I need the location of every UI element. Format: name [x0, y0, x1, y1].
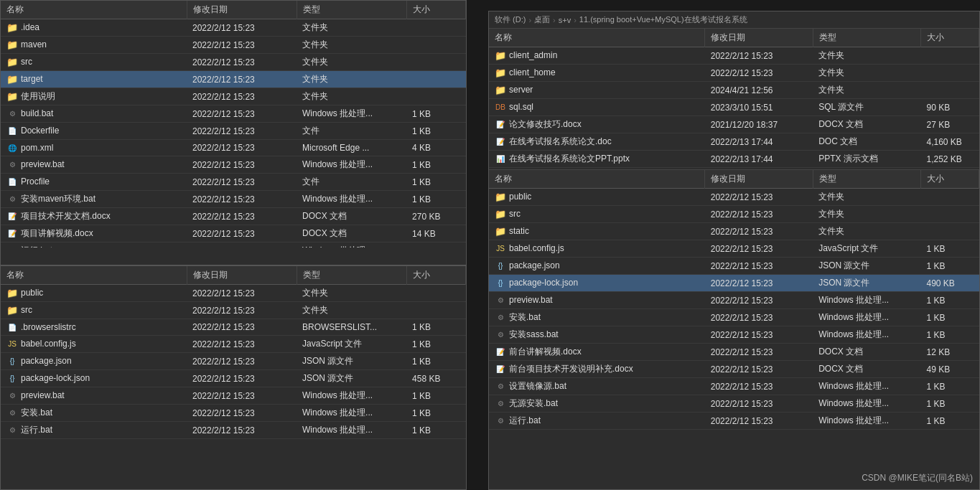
file-date: 2021/12/20 18:37 — [705, 116, 813, 133]
file-date: 2022/2/12 15:23 — [187, 174, 297, 191]
file-name: 📝 项目技术开发文档.docx — [1, 208, 159, 225]
table-row[interactable]: {} package-lock.json 2022/2/12 15:23 JSO… — [489, 275, 979, 292]
col-header-type-b[interactable]: 类型 — [297, 266, 406, 285]
folder-icon: 📁 — [6, 304, 18, 316]
file-name: {} package.json — [1, 353, 159, 369]
file-size: 1 KB — [921, 395, 979, 413]
file-list-container-left-bottom[interactable]: 名称 修改日期 类型 大小 📁 public 2022/2/12 15:23 文… — [1, 266, 466, 472]
file-name-text: 安装.bat — [21, 407, 52, 419]
table-row[interactable]: 📝 在线考试报名系统论文.doc 2022/2/13 17:44 DOC 文档 … — [489, 133, 979, 151]
table-row[interactable]: ⚙ build.bat 2022/2/12 15:23 Windows 批处理.… — [1, 105, 466, 123]
breadcrumb-part-2[interactable]: s+v — [559, 16, 571, 24]
table-row[interactable]: ⚙ 运行.bat 2022/2/12 15:23 Windows 批处理... … — [1, 242, 466, 248]
file-type: DOCX 文档 — [813, 344, 920, 361]
file-size: 1 KB — [406, 336, 465, 353]
file-list-container-left-top[interactable]: 名称 修改日期 类型 大小 📁 .idea 2022/2/12 15:23 文件… — [1, 1, 466, 248]
file-type: Windows 批处理... — [813, 395, 920, 413]
file-type: 文件 — [297, 174, 406, 191]
table-row[interactable]: 📁 使用说明 2022/2/12 15:23 文件夹 — [1, 88, 466, 105]
table-row[interactable]: 📝 项目讲解视频.docx 2022/2/12 15:23 DOCX 文档 14… — [1, 225, 466, 242]
breadcrumb-part-1[interactable]: 桌面 — [534, 14, 550, 25]
col-header-name-b[interactable]: 名称 — [1, 266, 187, 285]
table-row[interactable]: 📝 项目技术开发文档.docx 2022/2/12 15:23 DOCX 文档 … — [1, 208, 466, 225]
table-row[interactable]: {} package-lock.json 2022/2/12 15:23 JSO… — [1, 370, 466, 387]
file-list-container-right[interactable]: 名称 修改日期 类型 大小 📁 client_admin 2022/2/12 1… — [489, 29, 979, 467]
table-row[interactable]: {} package.json 2022/2/12 15:23 JSON 源文件… — [489, 258, 979, 275]
file-name-text: babel.config.js — [21, 339, 76, 349]
table-row[interactable]: 📁 server 2024/4/21 12:56 文件夹 — [489, 82, 979, 99]
bat-icon: ⚙ — [495, 312, 506, 324]
table-row[interactable]: 📁 public 2022/2/12 15:23 文件夹 — [1, 285, 466, 302]
table-row[interactable]: ⚙ 设置镜像源.bat 2022/2/12 15:23 Windows 批处理.… — [489, 378, 979, 395]
docx-icon: 📝 — [495, 364, 506, 375]
file-type: Windows 批处理... — [813, 413, 920, 430]
table-row[interactable]: ⚙ preview.bat 2022/2/12 15:23 Windows 批处… — [1, 387, 466, 405]
xml-icon: 🌐 — [6, 142, 18, 154]
table-row[interactable]: ⚙ 无源安装.bat 2022/2/12 15:23 Windows 批处理..… — [489, 395, 979, 413]
col-header-date-b[interactable]: 修改日期 — [187, 266, 297, 285]
table-row[interactable]: 📁 client_home 2022/2/12 15:23 文件夹 — [489, 65, 979, 82]
table-row[interactable]: 📁 target 2022/2/12 15:23 文件夹 — [1, 71, 466, 88]
table-row[interactable]: ⚙ preview.bat 2022/2/12 15:23 Windows 批处… — [1, 156, 466, 174]
col-header-date-r1[interactable]: 修改日期 — [705, 29, 813, 47]
table-row[interactable]: {} package.json 2022/2/12 15:23 JSON 源文件… — [1, 353, 466, 370]
table-row[interactable]: ⚙ 安装maven环境.bat 2022/2/12 15:23 Windows … — [1, 191, 466, 208]
window-left-bottom: 名称 修改日期 类型 大小 📁 public 2022/2/12 15:23 文… — [0, 265, 467, 490]
col-header-date-r2[interactable]: 修改日期 — [705, 170, 813, 189]
table-row[interactable]: ⚙ 安装.bat 2022/2/12 15:23 Windows 批处理... … — [1, 405, 466, 422]
table-row[interactable]: ⚙ 运行.bat 2022/2/12 15:23 Windows 批处理... … — [489, 413, 979, 430]
table-row[interactable]: 📝 论文修改技巧.docx 2021/12/20 18:37 DOCX 文档 2… — [489, 116, 979, 133]
table-row[interactable]: 📁 .idea 2022/2/12 15:23 文件夹 — [1, 19, 466, 37]
col-header-name-r1[interactable]: 名称 — [489, 29, 705, 47]
table-row[interactable]: JS babel.config.js 2022/2/12 15:23 JavaS… — [1, 336, 466, 353]
table-row[interactable]: 📁 client_admin 2022/2/12 15:23 文件夹 — [489, 47, 979, 65]
col-header-type[interactable]: 类型 — [297, 1, 406, 19]
table-row[interactable]: 📁 static 2022/2/12 15:23 文件夹 — [489, 223, 979, 240]
table-row[interactable]: 📊 在线考试报名系统论文PPT.pptx 2022/2/13 17:44 PPT… — [489, 151, 979, 168]
col-header-type-r1[interactable]: 类型 — [813, 29, 920, 47]
col-header-size-b[interactable]: 大小 — [406, 266, 465, 285]
file-icon: 📄 — [6, 125, 18, 136]
breadcrumb-sep-2: › — [574, 16, 577, 24]
table-row[interactable]: DB sql.sql 2023/3/10 15:51 SQL 源文件 90 KB — [489, 99, 979, 116]
table-row[interactable]: ⚙ 安装.bat 2022/2/12 15:23 Windows 批处理... … — [489, 309, 979, 326]
table-row[interactable]: 📁 src 2022/2/12 15:23 文件夹 — [489, 206, 979, 223]
file-date: 2022/2/12 15:23 — [187, 208, 297, 225]
file-name-text: 前台讲解视频.docx — [509, 346, 582, 358]
file-name-text: 运行.bat — [509, 415, 541, 427]
col-header-name-r2[interactable]: 名称 — [489, 170, 705, 189]
table-row[interactable]: 🌐 pom.xml 2022/2/12 15:23 Microsoft Edge… — [1, 140, 466, 156]
file-type: DOCX 文档 — [813, 116, 920, 133]
js-icon: JS — [6, 338, 18, 349]
table-row[interactable]: 📁 maven 2022/2/12 15:23 文件夹 — [1, 37, 466, 54]
table-row[interactable]: ⚙ 运行.bat 2022/2/12 15:23 Windows 批处理... … — [1, 422, 466, 439]
file-name: 📁 public — [1, 285, 159, 301]
file-name-text: server — [509, 85, 533, 95]
table-row[interactable]: 📁 src 2022/2/12 15:23 文件夹 — [1, 54, 466, 71]
table-row[interactable]: 📄 Dockerfile 2022/2/12 15:23 文件 1 KB — [1, 123, 466, 140]
file-name-text: 设置镜像源.bat — [509, 380, 566, 392]
file-date: 2022/2/12 15:23 — [705, 378, 813, 395]
col-header-type-r2[interactable]: 类型 — [813, 170, 920, 189]
folder-icon: 📁 — [495, 67, 506, 78]
table-row[interactable]: JS babel.config.js 2022/2/12 15:23 JavaS… — [489, 240, 979, 258]
breadcrumb-part-0[interactable]: 软件 (D:) — [495, 14, 526, 25]
window-left-top: 名称 修改日期 类型 大小 📁 .idea 2022/2/12 15:23 文件… — [0, 0, 467, 265]
table-row[interactable]: 📄 Procfile 2022/2/12 15:23 文件 1 KB — [1, 174, 466, 191]
table-row[interactable]: 📁 src 2022/2/12 15:23 文件夹 — [1, 302, 466, 319]
file-name-text: public — [509, 192, 531, 202]
table-row[interactable]: ⚙ preview.bat 2022/2/12 15:23 Windows 批处… — [489, 292, 979, 309]
col-header-size[interactable]: 大小 — [406, 1, 465, 19]
col-header-name[interactable]: 名称 — [1, 1, 187, 19]
table-row[interactable]: ⚙ 安装sass.bat 2022/2/12 15:23 Windows 批处理… — [489, 326, 979, 344]
table-row[interactable]: 📁 public 2022/2/12 15:23 文件夹 — [489, 189, 979, 206]
table-row[interactable]: 📄 .browserslistrc 2022/2/12 15:23 BROWSE… — [1, 319, 466, 336]
file-type: JSON 源文件 — [297, 353, 406, 370]
col-header-date[interactable]: 修改日期 — [187, 1, 297, 19]
file-name-text: .browserslistrc — [21, 322, 76, 332]
col-header-size-r2[interactable]: 大小 — [921, 170, 979, 189]
table-row[interactable]: 📝 前台讲解视频.docx 2022/2/12 15:23 DOCX 文档 12… — [489, 344, 979, 361]
col-header-size-r1[interactable]: 大小 — [921, 29, 979, 47]
table-row[interactable]: 📝 前台项目技术开发说明补充.docx 2022/2/12 15:23 DOCX… — [489, 361, 979, 378]
breadcrumb-part-3[interactable]: 11.(spring boot+Vue+MySQL)在线考试报名系统 — [579, 14, 747, 25]
